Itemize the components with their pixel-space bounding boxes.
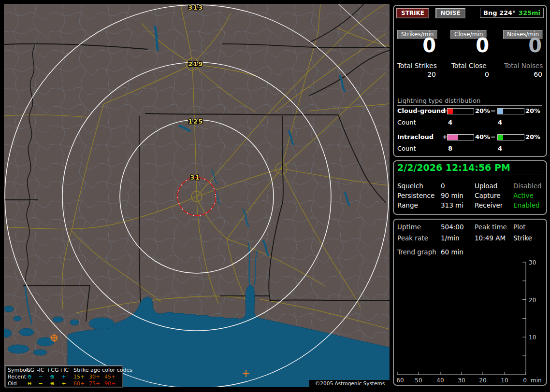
old-pos-cg-icon: ⊕ [46, 380, 58, 387]
range-label: Range [397, 201, 418, 209]
total-strikes-label: Total Strikes [397, 62, 437, 70]
cg-positive-bar [447, 108, 474, 114]
x-tick-60: 60 [396, 377, 404, 384]
old-pos-ic-icon: + [59, 380, 69, 387]
strike-button[interactable]: STRIKE [396, 8, 429, 18]
app-window: 313 219 125 31 Symbols -CG -IC +CG +IC S… [0, 0, 550, 392]
clock-divider [397, 174, 543, 174]
y-tick-10: 10 [529, 334, 536, 341]
ring-label-219: 219 [188, 60, 203, 68]
legend-recent-label: Recent [8, 374, 26, 380]
receiver-label: Receiver [475, 201, 503, 209]
cg-positive-bar-fill [448, 109, 453, 114]
bearing-range-value: 325mi [519, 9, 540, 16]
noise-button[interactable]: NOISE [435, 8, 465, 18]
squelch-label: Squelch [397, 182, 423, 190]
bearing-display: Bng 224° 325mi [480, 8, 544, 18]
upload-label: Upload [475, 182, 497, 190]
legend-col-pos-ic: +IC [59, 367, 69, 373]
intracloud-label: Intracloud [397, 133, 434, 140]
legend-col-pos-cg: +CG [46, 367, 58, 373]
legend-col-neg-cg: -CG [24, 367, 35, 373]
recent-pos-ic-icon: + [59, 374, 69, 380]
ring-label-31: 31 [190, 174, 200, 181]
y-tick-20: 20 [529, 297, 536, 304]
datetime-display: 2/2/2026 12:14:56 PM [397, 162, 510, 173]
receiver-status: Enabled [513, 201, 540, 209]
cg-negative-pct: 20% [525, 107, 540, 114]
distribution-title: Lightning type distribution [397, 97, 480, 104]
cg-negative-count: 4 [498, 119, 502, 126]
bearing-value: Bng 224° [483, 9, 516, 16]
ic-count-label: Count [397, 145, 416, 152]
stats-panel: Uptime 504:00 Peak time Plot Peak rate 1… [393, 219, 547, 386]
legend-age-title: Strike age color codes [73, 367, 132, 373]
cloud-ground-label: Cloud-ground [397, 107, 445, 114]
ring-label-125: 125 [188, 118, 203, 125]
squelch-value: 0 [441, 182, 445, 190]
total-noises-value: 60 [504, 70, 542, 78]
ic-negative-pct: 20% [525, 133, 540, 140]
ic-positive-bar [447, 134, 474, 140]
y-tick-30: 30 [529, 259, 536, 266]
old-neg-cg-icon: ⊖ [24, 380, 35, 387]
noises-rate-value: 0 [503, 36, 542, 55]
range-value: 313 mi [441, 201, 463, 209]
legend-old-label: Old [8, 380, 17, 387]
copyright-text: ©2005 Astrogenic Systems [309, 380, 391, 387]
x-tick-0: 0 [523, 377, 527, 384]
ic-minus-sign: − [491, 133, 496, 140]
legend-col-neg-ic: -IC [36, 367, 45, 373]
capture-status: Active [513, 192, 534, 199]
recent-neg-cg-icon: ⊖ [24, 374, 35, 380]
x-tick-40: 40 [436, 377, 444, 384]
trend-graph: 30 20 10 60 50 40 30 20 10 0 min [394, 220, 546, 385]
capture-label: Capture [475, 192, 501, 199]
upload-status: Disabled [513, 182, 542, 190]
ic-positive-bar-fill [448, 135, 458, 140]
cg-count-label: Count [397, 119, 416, 126]
ic-positive-count: 8 [448, 145, 452, 152]
counters-panel: STRIKE NOISE Bng 224° 325mi Strikes/min … [393, 5, 547, 157]
age-75: 75+ [89, 380, 100, 387]
cg-positive-pct: 20% [475, 107, 490, 114]
lightning-map[interactable]: 313 219 125 31 Symbols -CG -IC +CG +IC S… [4, 4, 390, 387]
x-tick-10: 10 [501, 377, 508, 384]
age-30: 30+ [89, 374, 100, 380]
total-close-label: Total Close [451, 62, 487, 70]
cg-negative-bar [497, 108, 524, 114]
age-15: 15+ [73, 374, 85, 380]
recent-pos-cg-icon: ⊕ [46, 374, 58, 380]
age-45: 45+ [104, 374, 116, 380]
ic-negative-count: 4 [498, 145, 502, 152]
distribution-divider [397, 105, 542, 106]
ring-label-313: 313 [188, 4, 203, 11]
cg-negative-bar-fill [498, 109, 503, 114]
total-strikes-value: 20 [397, 70, 436, 78]
total-close-value: 0 [450, 70, 489, 78]
cg-positive-count: 4 [448, 119, 452, 126]
ic-negative-bar [497, 134, 524, 140]
status-panel: 2/2/2026 12:14:56 PM Squelch 0 Upload Di… [393, 160, 547, 215]
close-rate-value: 0 [450, 36, 489, 55]
map-canvas: 313 219 125 31 [4, 4, 390, 387]
x-tick-20: 20 [479, 377, 486, 384]
total-noises-label: Total Noises [504, 62, 543, 70]
persistence-value: 90 min [441, 192, 463, 199]
strike-legend: Symbols -CG -IC +CG +IC Strike age color… [5, 365, 123, 388]
recent-neg-ic-icon: − [36, 374, 45, 380]
age-60: 60+ [73, 380, 85, 387]
cg-minus-sign: − [491, 107, 496, 114]
trend-axes [397, 262, 526, 375]
x-tick-30: 30 [458, 377, 465, 384]
ic-positive-pct: 40% [475, 133, 490, 140]
x-tick-50: 50 [415, 377, 422, 384]
age-90: 90+ [104, 380, 116, 387]
persistence-label: Persistence [397, 192, 434, 199]
x-axis-unit: min [531, 377, 542, 384]
strikes-rate-value: 0 [397, 36, 436, 55]
ic-negative-bar-fill [498, 135, 503, 140]
old-neg-ic-icon: − [36, 380, 45, 387]
